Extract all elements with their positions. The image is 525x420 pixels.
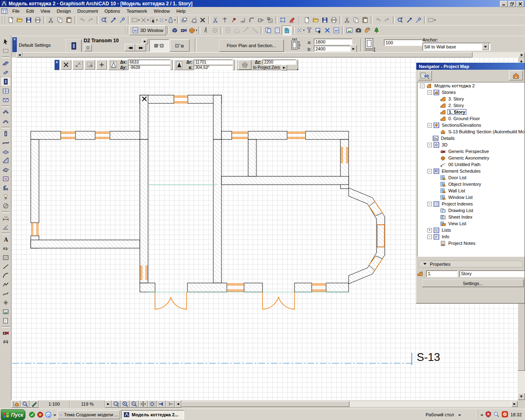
tool-spline[interactable] xyxy=(1,289,11,298)
measure-icon[interactable]: 12 xyxy=(189,16,198,25)
print-icon[interactable] xyxy=(329,16,338,25)
site-icon[interactable] xyxy=(372,26,381,35)
magic-icon[interactable]: ▾ xyxy=(158,16,167,25)
tool-hotspot[interactable] xyxy=(1,298,11,307)
menu-options[interactable]: Options xyxy=(101,8,123,14)
tool-polyline[interactable] xyxy=(1,280,11,289)
tool-object[interactable] xyxy=(1,183,11,192)
tool-beam[interactable] xyxy=(1,138,11,147)
tool-dimension[interactable]: 1.2 xyxy=(1,214,11,223)
look-icon[interactable] xyxy=(210,26,219,35)
magic-icon[interactable]: ▾ xyxy=(296,26,305,35)
tree-item[interactable]: 1. Story xyxy=(418,109,524,115)
tree-item-label[interactable]: 2. Story xyxy=(447,103,465,108)
selected-openings[interactable] xyxy=(32,96,384,309)
axo-icon[interactable]: ▾ xyxy=(188,26,197,35)
geometry-method-2-button[interactable]: + xyxy=(170,39,189,52)
tree-item[interactable]: −Info xyxy=(418,233,524,240)
menu-teamwork[interactable]: Teamwork xyxy=(123,8,151,14)
tool-section-tool[interactable] xyxy=(1,338,11,347)
tree-item[interactable]: −Модель коттеджа 2 xyxy=(418,82,524,89)
tool-mesh[interactable] xyxy=(1,165,11,174)
undo-icon[interactable] xyxy=(78,16,87,25)
zoom-indicator[interactable]: 119 % xyxy=(70,401,105,407)
angle-field[interactable]: 304,53° xyxy=(194,65,233,70)
find-select-icon[interactable] xyxy=(396,16,405,25)
story-number-field[interactable]: 1. xyxy=(426,270,458,277)
floor-plan-section-button[interactable]: Floor Plan and Section... xyxy=(219,39,284,52)
tool-slab[interactable] xyxy=(1,147,11,156)
collapse-box-icon[interactable]: − xyxy=(427,202,432,206)
security-shield-icon[interactable] xyxy=(485,411,491,418)
home3d-icon[interactable] xyxy=(233,26,242,35)
preview-button[interactable] xyxy=(84,44,92,51)
collapse-box-icon[interactable]: − xyxy=(427,123,432,128)
home-navigator-button[interactable] xyxy=(509,71,523,80)
tool-drawing[interactable] xyxy=(1,316,11,325)
grid-switch-button[interactable] xyxy=(84,60,95,70)
save-icon[interactable] xyxy=(24,16,33,25)
tree-item[interactable]: Generic Perspective xyxy=(418,148,524,155)
menu-view[interactable]: View xyxy=(37,8,54,14)
tree-item[interactable]: −Stories xyxy=(418,89,524,96)
tool-marquee[interactable] xyxy=(1,46,11,55)
inject-parameters-icon[interactable] xyxy=(118,16,127,25)
zoom-out-button[interactable] xyxy=(130,400,139,408)
pass-door-icon[interactable] xyxy=(224,26,233,35)
ql-q-icon[interactable]: Q xyxy=(44,411,52,419)
tree-item-label[interactable]: View List xyxy=(447,221,467,226)
tree-item[interactable]: Generic Axonometry xyxy=(418,155,524,161)
taskbar-task[interactable]: Модель коттеджа 2... xyxy=(121,410,184,419)
tree-item-label[interactable]: Drawing List xyxy=(447,208,474,213)
fillet-icon[interactable] xyxy=(247,16,256,25)
tree-item-label[interactable]: Element Schedules xyxy=(441,169,482,173)
cut-icon[interactable] xyxy=(46,16,55,25)
undo-icon[interactable] xyxy=(374,16,383,25)
scroll-right-arrow[interactable]: ▶ xyxy=(519,52,525,57)
break-icon[interactable] xyxy=(198,16,207,25)
tree-item[interactable]: S-13 Building Section (Autorebuild Mod xyxy=(418,128,524,135)
stairs-up-icon[interactable] xyxy=(242,26,251,35)
tool-camera[interactable] xyxy=(1,329,11,338)
hscroll-thumb[interactable] xyxy=(181,401,349,407)
anchor-dropdown-arrow[interactable] xyxy=(482,43,489,50)
ql-red-icon[interactable] xyxy=(36,411,44,419)
3d-window-button[interactable]: 3D3D Window xyxy=(129,25,166,35)
menu-file[interactable]: File xyxy=(9,8,23,14)
tool-door[interactable] xyxy=(0,77,11,87)
tree-item[interactable]: Wall List xyxy=(418,187,524,194)
scale-indicator[interactable]: 1:100 xyxy=(39,401,70,407)
find-select-icon[interactable] xyxy=(100,16,109,25)
tree-item-label[interactable]: Window List xyxy=(447,195,473,200)
tree-item-label[interactable]: Wall List xyxy=(447,188,466,193)
selection-icon[interactable]: ▾ xyxy=(149,16,158,25)
tree-item[interactable]: 3. Story xyxy=(418,96,524,102)
flyout-button[interactable]: ▶ xyxy=(142,39,148,44)
new-icon[interactable] xyxy=(6,16,15,25)
quick-options-button[interactable] xyxy=(11,400,21,408)
resize-icon[interactable] xyxy=(265,16,274,25)
previous-part-button[interactable]: ◀◀ xyxy=(125,44,135,51)
ql-green-icon[interactable] xyxy=(28,411,36,419)
user-origin-button[interactable] xyxy=(61,60,71,70)
open-icon[interactable] xyxy=(15,16,24,25)
magnifier-tray-icon[interactable] xyxy=(493,411,500,418)
tree-item[interactable]: 2. Story xyxy=(418,102,524,109)
zoom-menu-arrow[interactable]: ▶ xyxy=(105,400,112,408)
dialog3d-icon[interactable]: 3D xyxy=(332,26,341,35)
pick-up-parameters-icon[interactable] xyxy=(109,16,118,25)
tree-item-label[interactable]: 3. Story xyxy=(447,96,465,101)
tree-item-label[interactable]: Details xyxy=(440,136,456,141)
tree-item[interactable]: +Lists xyxy=(418,227,524,233)
quick-launch-chevron[interactable]: » xyxy=(53,412,56,418)
tool-lamp[interactable] xyxy=(1,192,11,201)
reference-flyout-button[interactable]: ▶ xyxy=(281,65,287,71)
properties-header[interactable]: Properties xyxy=(419,260,523,267)
stairs-down-icon[interactable] xyxy=(251,26,260,35)
menu-window[interactable]: Window xyxy=(151,8,173,14)
tree-item-label[interactable]: 1. Story xyxy=(447,109,466,115)
dr-field[interactable]: 11701 xyxy=(194,59,233,65)
scrollbar-thumb[interactable] xyxy=(23,52,472,57)
origin-button[interactable]: ▸ xyxy=(96,60,107,70)
tree-item[interactable]: −3D xyxy=(418,142,524,148)
